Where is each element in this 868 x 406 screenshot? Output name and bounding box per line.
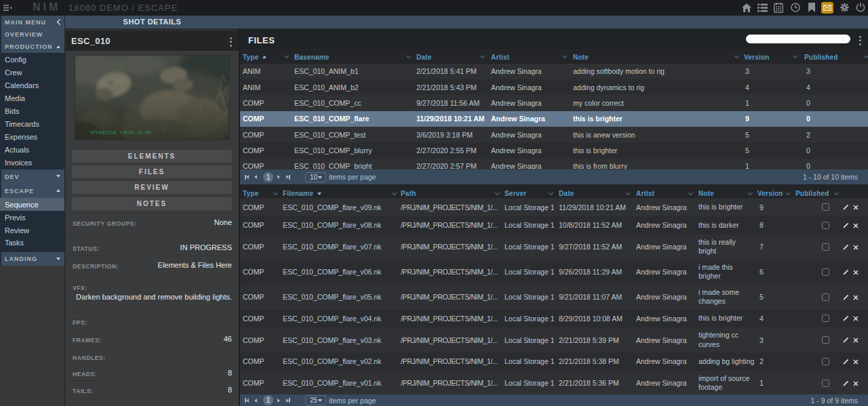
svg-text:OPERATION YUKON 18:00: OPERATION YUKON 18:00 — [90, 131, 151, 136]
